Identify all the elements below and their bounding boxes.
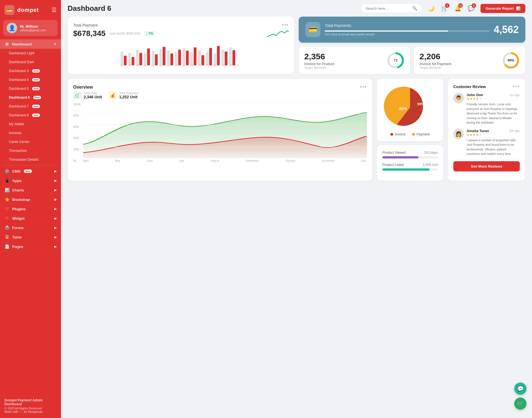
payment-icon: 💰 xyxy=(109,91,117,99)
sidebar-item-charts[interactable]: 📊 Charts ▶ xyxy=(0,185,61,195)
listed-progress xyxy=(382,168,438,171)
widget-icon: ❤️ xyxy=(4,216,9,220)
product-listed-stat: Product Listed 3,456 Unit xyxy=(382,163,438,171)
sidebar-item-dashboard-8[interactable]: Dashboard 8 New xyxy=(0,111,61,120)
product-viewed-stat: Product Viewed 561/days xyxy=(382,151,438,158)
overview-card: Overview ••• 🛒 Total Sale 2,346 Unit 💰 xyxy=(68,79,372,181)
svg-rect-20 xyxy=(198,50,201,65)
sidebar-item-dashboard-5[interactable]: Dashboard 5 New xyxy=(0,84,61,93)
reviewer-avatar-amelia: 👩 xyxy=(453,129,464,139)
chevron-right-icon: ▶ xyxy=(54,217,57,220)
sale-icon: 🛒 xyxy=(73,91,81,99)
sidebar-item-bootstrap[interactable]: ⭐ Bootstrap ▶ xyxy=(0,195,61,204)
svg-rect-18 xyxy=(190,52,193,65)
blue-card-label: Total Payments xyxy=(325,23,489,28)
svg-rect-29 xyxy=(232,50,235,65)
svg-rect-26 xyxy=(221,50,224,65)
plugins-icon: ❤️ xyxy=(4,207,9,211)
badge-new: New xyxy=(24,170,32,173)
svg-text:17: 17 xyxy=(206,64,209,67)
sidebar-item-dashboard-6[interactable]: Dashboard 6 New xyxy=(0,93,61,102)
sidebar-item-dashboard-3[interactable]: Dashboard 3 New xyxy=(0,66,61,75)
sidebar-item-plugins[interactable]: ❤️ Plugins ▶ xyxy=(0,204,61,214)
svg-rect-16 xyxy=(183,48,185,65)
sidebar-item-dashboard-dark[interactable]: Dashboard Dark xyxy=(0,58,61,66)
table-icon: ☰ xyxy=(4,235,9,239)
sidebar-item-invoices[interactable]: Invoices xyxy=(0,129,61,137)
search-input[interactable] xyxy=(365,6,410,11)
hamburger-icon[interactable]: ☰ xyxy=(52,7,57,13)
sidebar-item-transaction-details[interactable]: Transaction Details xyxy=(0,155,61,164)
more-options-icon[interactable]: ••• xyxy=(360,84,367,90)
sidebar-item-dashboard-7[interactable]: Dashboard 7 New xyxy=(0,102,61,111)
avatar: 👤 xyxy=(7,23,17,33)
sidebar-item-my-wallet[interactable]: My Wallet xyxy=(0,120,61,129)
user-profile[interactable]: 👤 Hi, William william@gmail.com xyxy=(3,20,58,36)
sidebar-item-dashboard[interactable]: ⊞ Dashboard ▼ xyxy=(0,39,61,49)
payment-meta: $678,345 last month $563,443 ↑ 7% xyxy=(73,29,289,38)
sidebar-item-widget[interactable]: ❤️ Widget ▶ xyxy=(0,214,61,223)
see-more-reviews-button[interactable]: See More Reviews xyxy=(453,161,520,171)
logo-text: dompet xyxy=(17,7,39,13)
payment-dot xyxy=(412,133,415,136)
reviewer-name-john: John Doe xyxy=(467,93,483,97)
more-options-icon[interactable]: ••• xyxy=(282,22,289,28)
pie-legend-invoice: Invoice xyxy=(390,132,405,136)
last-month-label: last month $563,443 xyxy=(110,32,140,35)
svg-text:08: 08 xyxy=(136,64,139,67)
cart-button[interactable]: 🛒 2 xyxy=(439,3,449,13)
overview-title: Overview xyxy=(73,85,93,90)
review-stars-john: ★★★★★ xyxy=(467,97,520,101)
svg-text:09: 09 xyxy=(144,64,147,67)
sidebar-item-cms[interactable]: ⚙️ CMS New ▶ xyxy=(0,166,61,176)
chevron-right-icon: ▶ xyxy=(54,207,57,211)
theme-toggle-button[interactable]: 🌙 xyxy=(426,3,436,13)
search-bar[interactable]: 🔍 xyxy=(361,4,422,13)
reviewer-name-amelia: Amelia Tuner xyxy=(467,129,489,133)
support-fab[interactable]: 💬 xyxy=(514,383,526,395)
donut-chart-payment: 90% xyxy=(502,52,520,69)
badge-new: New xyxy=(32,114,40,117)
blue-card-sub: 431 more to break last month record xyxy=(325,33,489,36)
sidebar-item-apps[interactable]: 📱 Apps ▶ xyxy=(0,176,61,185)
review-time-john: 5m ago xyxy=(510,93,520,97)
y-axis-labels: 1000k 800k 600k 400k 200k 0k xyxy=(73,103,81,162)
invoice-product-card: 2,356 Invoice for Product Target 3k/mont… xyxy=(299,47,410,74)
review-title: Customer Review xyxy=(453,84,486,89)
forms-icon: 🖨️ xyxy=(4,225,9,230)
dashboard-submenu: Dashboard Light Dashboard Dark Dashboard… xyxy=(0,49,61,164)
sidebar-divider xyxy=(4,165,57,165)
pages-icon: 📄 xyxy=(4,244,9,249)
messages-button[interactable]: 💬 5 xyxy=(466,3,476,13)
bar-chart: 06 07 08 09 10 11 12 13 14 15 16 17 18 1… xyxy=(73,42,289,67)
svg-text:12: 12 xyxy=(167,64,170,67)
cart-fab[interactable]: 🛒 xyxy=(514,398,526,410)
svg-text:62%: 62% xyxy=(399,106,407,111)
invoice-dot xyxy=(390,133,393,136)
overview-legend: 🛒 Total Sale 2,346 Unit 💰 Total Payment … xyxy=(73,91,367,99)
bell-badge: 12 xyxy=(458,3,463,8)
sidebar-item-cards-center[interactable]: Cards Center xyxy=(0,137,61,146)
sidebar-item-pages[interactable]: 📄 Pages ▶ xyxy=(0,242,61,251)
chevron-right-icon: ▶ xyxy=(54,235,57,239)
sidebar-item-table[interactable]: ☰ Table ▶ xyxy=(0,232,61,242)
sidebar-item-dashboard-4[interactable]: Dashboard 4 New xyxy=(0,75,61,84)
review-more-icon[interactable]: ••• xyxy=(513,84,520,89)
sidebar-item-forms[interactable]: 🖨️ Forms ▶ xyxy=(0,223,61,232)
chevron-right-icon: ▶ xyxy=(54,245,57,248)
notifications-button[interactable]: 🔔 12 xyxy=(453,3,463,13)
invoice-product-number: 2,356 xyxy=(304,52,334,61)
blue-card-number: 4,562 xyxy=(494,24,519,35)
bar-chart-icon: 📊 xyxy=(516,6,520,11)
generate-report-button[interactable]: Generate Report 📊 xyxy=(480,4,525,13)
progress-bar xyxy=(325,30,489,32)
product-listed-label: Product Listed xyxy=(382,163,404,167)
sidebar-item-dashboard-light[interactable]: Dashboard Light xyxy=(0,49,61,58)
invoice-payment-label: Invoice for Payment xyxy=(420,62,451,66)
svg-text:14: 14 xyxy=(183,64,185,67)
sidebar-item-transaction[interactable]: Transaction xyxy=(0,146,61,155)
review-item: 👩 Amelia Tuner 10h ago ★★★★★ I viewed a … xyxy=(453,129,520,156)
donut-percent-product: 71 xyxy=(394,58,397,62)
main-content: Dashboard 6 🔍 🌙 🛒 2 🔔 12 💬 5 Generate Re… xyxy=(61,0,532,418)
reviewer-avatar-john: 👨 xyxy=(453,93,464,103)
